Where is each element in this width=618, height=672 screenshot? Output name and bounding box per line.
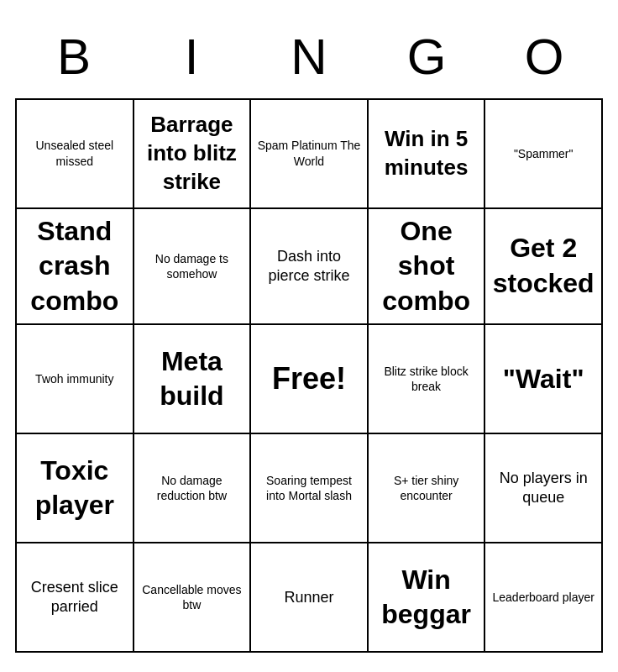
cell-text-7: Dash into pierce strike bbox=[256, 247, 362, 286]
bingo-cell-23: Win beggar bbox=[369, 543, 486, 653]
cell-text-17: Soaring tempest into Mortal slash bbox=[256, 473, 362, 503]
cell-text-14: "Wait" bbox=[503, 362, 584, 397]
bingo-cell-4: "Spammer" bbox=[485, 100, 603, 209]
bingo-letter-o: O bbox=[490, 28, 599, 86]
cell-text-19: No players in queue bbox=[490, 469, 596, 508]
bingo-letter-i: I bbox=[137, 28, 246, 86]
bingo-cell-18: S+ tier shiny encounter bbox=[369, 434, 486, 543]
cell-text-3: Win in 5 minutes bbox=[374, 125, 479, 182]
cell-text-10: Twoh immunity bbox=[35, 371, 113, 386]
bingo-cell-9: Get 2 stocked bbox=[485, 209, 603, 326]
cell-text-8: One shot combo bbox=[374, 214, 479, 319]
cell-text-15: Toxic player bbox=[22, 454, 128, 523]
bingo-cell-8: One shot combo bbox=[369, 209, 486, 326]
cell-text-0: Unsealed steel missed bbox=[22, 138, 128, 168]
bingo-letter-b: B bbox=[19, 28, 128, 86]
bingo-grid: Unsealed steel missedBarrage into blitz … bbox=[15, 98, 603, 654]
bingo-cell-13: Blitz strike block break bbox=[369, 325, 486, 434]
bingo-cell-14: "Wait" bbox=[485, 325, 603, 434]
cell-text-2: Spam Platinum The World bbox=[256, 138, 362, 168]
bingo-cell-10: Twoh immunity bbox=[17, 325, 134, 434]
bingo-cell-7: Dash into pierce strike bbox=[251, 209, 369, 326]
bingo-cell-17: Soaring tempest into Mortal slash bbox=[251, 434, 369, 543]
cell-text-6: No damage ts somehow bbox=[139, 251, 245, 281]
cell-text-24: Leaderboard player bbox=[492, 590, 594, 605]
cell-text-20: Cresent slice parried bbox=[22, 578, 128, 617]
cell-text-11: Meta build bbox=[139, 344, 245, 414]
cell-text-16: No damage reduction btw bbox=[139, 473, 245, 503]
bingo-card: BINGO Unsealed steel missedBarrage into … bbox=[7, 11, 611, 662]
cell-text-12: Free! bbox=[272, 360, 346, 399]
bingo-cell-0: Unsealed steel missed bbox=[17, 100, 134, 209]
bingo-header: BINGO bbox=[15, 19, 603, 98]
bingo-cell-12: Free! bbox=[251, 325, 369, 434]
cell-text-21: Cancellable moves btw bbox=[139, 582, 245, 612]
cell-text-23: Win beggar bbox=[374, 563, 479, 633]
bingo-cell-16: No damage reduction btw bbox=[134, 434, 252, 543]
cell-text-22: Runner bbox=[284, 588, 333, 607]
bingo-letter-g: G bbox=[372, 28, 481, 86]
bingo-cell-15: Toxic player bbox=[17, 434, 134, 543]
bingo-cell-5: Stand crash combo bbox=[17, 209, 134, 326]
bingo-cell-11: Meta build bbox=[134, 325, 252, 434]
bingo-cell-19: No players in queue bbox=[485, 434, 603, 543]
cell-text-9: Get 2 stocked bbox=[490, 231, 596, 301]
cell-text-13: Blitz strike block break bbox=[374, 364, 479, 394]
cell-text-4: "Spammer" bbox=[514, 146, 573, 161]
bingo-cell-24: Leaderboard player bbox=[485, 543, 603, 653]
bingo-cell-22: Runner bbox=[251, 543, 369, 653]
bingo-cell-3: Win in 5 minutes bbox=[369, 100, 486, 209]
bingo-cell-20: Cresent slice parried bbox=[17, 543, 134, 653]
cell-text-1: Barrage into blitz strike bbox=[139, 111, 245, 196]
bingo-cell-6: No damage ts somehow bbox=[134, 209, 252, 326]
cell-text-18: S+ tier shiny encounter bbox=[374, 473, 479, 503]
bingo-cell-2: Spam Platinum The World bbox=[251, 100, 369, 209]
bingo-cell-21: Cancellable moves btw bbox=[134, 543, 252, 653]
cell-text-5: Stand crash combo bbox=[22, 214, 128, 319]
bingo-letter-n: N bbox=[254, 28, 364, 86]
bingo-cell-1: Barrage into blitz strike bbox=[134, 100, 252, 209]
